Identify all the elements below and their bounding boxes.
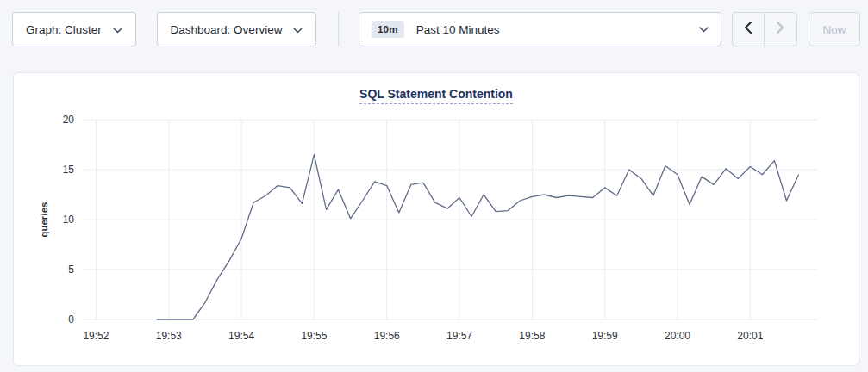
x-tick-label: 19:56 — [361, 330, 413, 342]
chart-title-row: SQL Statement Contention — [14, 86, 859, 104]
dashboard-dropdown[interactable]: Dashboard: Overview — [157, 12, 316, 46]
graph-scope-dropdown-label: Graph: Cluster — [26, 23, 102, 36]
metrics-toolbar: Graph: Cluster Dashboard: Overview 10m P… — [12, 12, 860, 46]
chevron-down-icon — [699, 27, 709, 33]
time-shift-forward-button[interactable] — [765, 13, 796, 46]
x-tick-label: 19:54 — [215, 330, 267, 342]
y-tick-label: 10 — [40, 214, 74, 226]
graph-scope-dropdown[interactable]: Graph: Cluster — [12, 12, 136, 46]
line-chart — [83, 120, 818, 319]
x-tick-label: 20:01 — [724, 330, 776, 342]
chevron-down-icon — [113, 23, 122, 36]
plot-area[interactable]: queries 0510152019:5219:5319:5419:5519:5… — [83, 120, 818, 319]
chart-title[interactable]: SQL Statement Contention — [359, 87, 513, 104]
chevron-down-icon — [293, 23, 303, 36]
y-tick-label: 15 — [40, 164, 74, 176]
time-shift-back-button[interactable] — [733, 13, 765, 46]
dashboard-dropdown-label: Dashboard: Overview — [171, 23, 283, 36]
time-shift-button-group — [732, 12, 798, 46]
x-tick-label: 19:52 — [70, 330, 122, 342]
x-tick-label: 19:59 — [579, 330, 631, 342]
x-tick-label: 20:00 — [652, 330, 703, 342]
x-tick-label: 19:55 — [288, 330, 340, 342]
y-tick-label: 5 — [40, 264, 74, 276]
chart-card: SQL Statement Contention queries 0510152… — [13, 72, 859, 366]
chevron-right-icon — [777, 22, 784, 37]
chevron-left-icon — [744, 22, 752, 37]
toolbar-divider — [338, 12, 339, 46]
x-tick-label: 19:53 — [143, 330, 195, 342]
x-tick-label: 19:57 — [434, 330, 485, 342]
time-range-dropdown[interactable]: 10m Past 10 Minutes — [359, 12, 721, 46]
x-tick-label: 19:58 — [506, 330, 558, 342]
y-tick-label: 20 — [40, 114, 74, 126]
y-tick-label: 0 — [40, 313, 74, 326]
time-range-label: Past 10 Minutes — [416, 23, 500, 36]
time-range-badge: 10m — [372, 21, 404, 38]
now-button[interactable]: Now — [809, 12, 860, 46]
